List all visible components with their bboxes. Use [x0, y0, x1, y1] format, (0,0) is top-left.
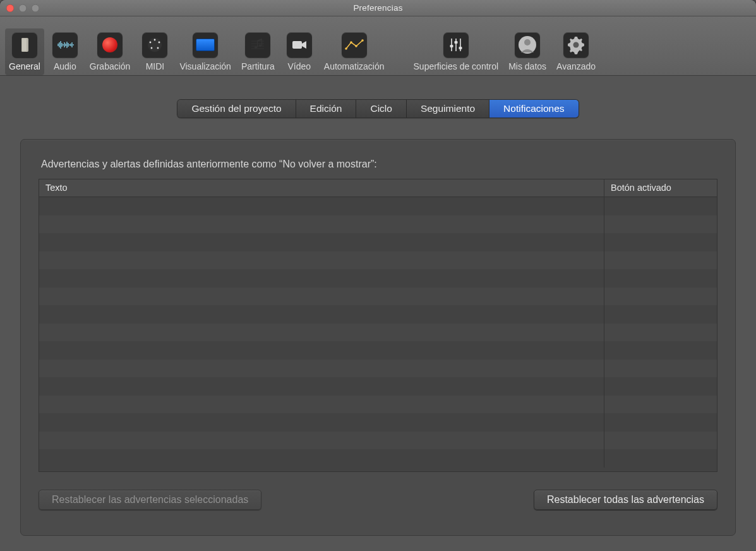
svg-rect-25 — [257, 41, 258, 47]
panel-description: Advertencias y alertas definidas anterio… — [41, 159, 717, 170]
table-row[interactable] — [39, 269, 717, 288]
panel-buttons: Restablecer las advertencias seleccionad… — [39, 490, 717, 510]
subtab-editing[interactable]: Edición — [296, 100, 357, 118]
table-row[interactable] — [39, 360, 717, 378]
svg-point-29 — [345, 47, 347, 50]
user-icon — [515, 32, 540, 58]
preferences-body: Gestión del proyecto Edición Ciclo Segui… — [0, 76, 756, 551]
svg-rect-38 — [459, 47, 462, 49]
svg-point-17 — [159, 42, 160, 44]
midi-icon — [142, 32, 167, 58]
table-body[interactable] — [39, 197, 717, 471]
toolbar-tab-midi[interactable]: MIDI — [136, 28, 173, 75]
table-row[interactable] — [39, 215, 717, 234]
toolbar-label: Partitura — [241, 61, 275, 71]
score-icon — [245, 32, 270, 58]
reset-selected-warnings-button[interactable]: Restablecer las advertencias seleccionad… — [39, 490, 261, 510]
toolbar-tab-audio[interactable]: Audio — [47, 28, 83, 75]
svg-point-18 — [151, 47, 153, 49]
table-row[interactable] — [39, 288, 717, 306]
toolbar-tab-general[interactable]: General — [5, 28, 44, 75]
column-header-text[interactable]: Texto — [39, 179, 604, 197]
window-title: Preferencias — [0, 3, 756, 13]
svg-point-40 — [524, 39, 531, 45]
toolbar-tab-recording[interactable]: Grabación — [86, 28, 135, 75]
svg-rect-27 — [261, 39, 262, 45]
table-row[interactable] — [39, 251, 717, 270]
table-row[interactable] — [39, 396, 717, 414]
table-header: Texto Botón activado — [39, 179, 717, 197]
svg-rect-37 — [454, 41, 457, 44]
toolbar-tab-display[interactable]: Visualización — [176, 28, 234, 75]
subtab-notifications[interactable]: Notificaciones — [489, 100, 579, 118]
toolbar-label: Vídeo — [288, 61, 311, 71]
zoom-button[interactable] — [32, 4, 39, 12]
toolbar-label: Audio — [54, 61, 76, 71]
svg-point-16 — [150, 42, 152, 44]
toolbar-label: Mis datos — [508, 61, 546, 71]
subtab-cycle[interactable]: Ciclo — [356, 100, 406, 118]
toolbar-label: Grabación — [90, 61, 131, 71]
toolbar-label: Superficies de control — [414, 61, 499, 71]
table-row[interactable] — [39, 413, 717, 432]
svg-point-32 — [361, 39, 364, 42]
table-row[interactable] — [39, 233, 717, 251]
column-header-button-enabled[interactable]: Botón activado — [604, 179, 717, 197]
preferences-window: Preferencias General Audio — [0, 0, 756, 551]
table-row[interactable] — [39, 432, 717, 450]
suppressed-warnings-table: Texto Botón activado — [39, 179, 717, 472]
svg-rect-28 — [292, 41, 302, 49]
toolbar-label: Visualización — [179, 61, 231, 71]
preferences-toolbar: General Audio Grabación — [0, 16, 756, 76]
subtab-project-handling[interactable]: Gestión del proyecto — [177, 100, 296, 118]
toolbar-tab-score[interactable]: Partitura — [237, 28, 279, 75]
close-button[interactable] — [6, 4, 14, 12]
subtab-chase[interactable]: Seguimiento — [407, 100, 489, 118]
svg-point-24 — [255, 46, 258, 49]
camera-icon — [287, 32, 312, 58]
monitor-icon — [193, 32, 218, 58]
titlebar: Preferencias — [0, 0, 756, 16]
toolbar-label: Automatización — [324, 61, 385, 71]
table-row[interactable] — [39, 324, 717, 342]
svg-rect-36 — [450, 45, 453, 47]
toolbar-label: General — [9, 61, 40, 71]
toolbar-tab-my-info[interactable]: Mis datos — [505, 28, 550, 75]
svg-point-30 — [350, 41, 352, 44]
toolbar-label: Avanzado — [556, 61, 596, 71]
svg-point-41 — [573, 42, 579, 48]
toolbar-tab-advanced[interactable]: Avanzado — [553, 28, 599, 75]
gear-icon — [563, 32, 589, 58]
svg-point-26 — [259, 44, 262, 47]
switch-icon — [12, 32, 37, 58]
svg-point-31 — [355, 45, 357, 47]
svg-point-15 — [154, 39, 156, 41]
notifications-panel: Advertencias y alertas definidas anterio… — [20, 139, 736, 536]
table-row[interactable] — [39, 305, 717, 324]
window-controls — [6, 4, 39, 12]
toolbar-label: MIDI — [146, 61, 165, 71]
table-row[interactable] — [39, 449, 717, 468]
svg-point-19 — [157, 47, 159, 49]
table-row[interactable] — [39, 341, 717, 360]
toolbar-tab-automation[interactable]: Automatización — [320, 28, 388, 75]
record-icon — [97, 32, 123, 58]
toolbar-tab-video[interactable]: Vídeo — [281, 28, 318, 75]
minimize-button[interactable] — [19, 4, 27, 12]
table-row[interactable] — [39, 377, 717, 396]
table-row[interactable] — [39, 197, 717, 215]
subtab-bar: Gestión del proyecto Edición Ciclo Segui… — [177, 100, 578, 118]
reset-all-warnings-button[interactable]: Restablecer todas las advertencias — [534, 490, 717, 510]
automation-icon — [342, 32, 367, 58]
toolbar-tab-control-surfaces[interactable]: Superficies de control — [410, 28, 503, 75]
waveform-icon — [52, 32, 78, 58]
faders-icon — [443, 32, 469, 58]
